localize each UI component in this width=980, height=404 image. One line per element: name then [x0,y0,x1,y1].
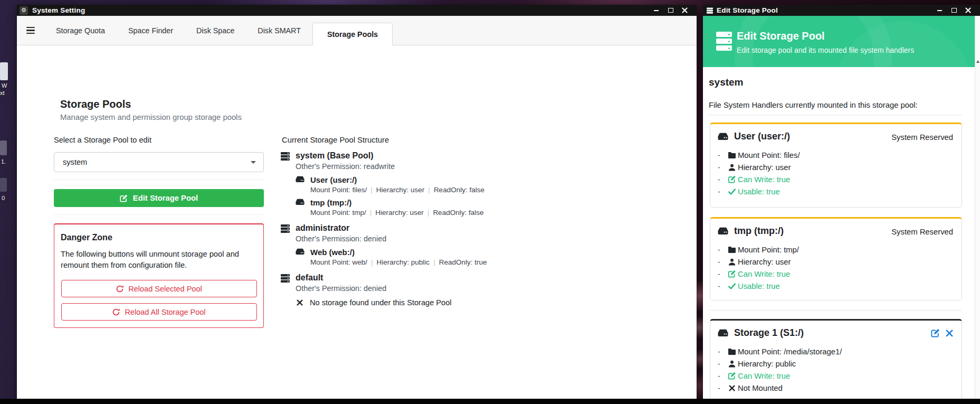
can-write-row: -Can Write: true [718,175,954,184]
remove-handler-icon[interactable] [946,330,953,337]
storage-pool-select[interactable]: system [54,152,264,172]
handler-item: tmp (tmp:/) Mount Point: tmp/|Hierarchy:… [296,198,608,217]
empty-pool-message: No storage found under this Storage Pool [297,298,608,307]
server-icon [281,152,290,161]
tab-disk-smart[interactable]: Disk SMART [246,16,312,45]
chevron-down-icon [251,161,256,164]
handler-item: Web (web:/) Mount Point: web/|Hierarchy:… [296,248,608,266]
edit-icon [726,372,738,380]
maximize-button[interactable] [947,5,961,16]
edit-pool-content: system File System Handlers currently mo… [703,67,975,399]
mount-point-row: -Mount Point: /media/storage1/ [718,347,954,356]
handler-card-storage1: Storage 1 (S1:/) -Mount Point: /media/st… [710,319,962,399]
taskbar[interactable] [0,399,980,404]
danger-zone-card: Danger Zone The following buttons will u… [54,223,264,328]
server-icon [707,7,713,14]
folder-icon [726,348,738,355]
maximize-button[interactable] [663,5,678,16]
check-icon [726,189,738,195]
minimize-button[interactable] [933,5,947,16]
edit-icon [726,270,738,278]
minimize-icon [654,10,659,11]
pool-name: system (Base Pool) [296,151,395,161]
refresh-icon [116,285,123,293]
reload-all-storage-pool-button[interactable]: Reload All Storage Pool [61,303,257,321]
banner-subtitle: Edit storage pool and its mounted file s… [737,46,914,54]
hierarchy-row: -Hierarchy: public [718,359,954,368]
select-pool-label: Select a Storage Pool to edit [54,136,151,144]
person-icon [726,258,738,266]
edit-handler-icon[interactable] [931,328,940,337]
pool-name: default [296,273,386,283]
divider [709,115,962,115]
desktop-icon-fragment[interactable] [0,178,7,192]
banner-title: Edit Storage Pool [737,30,825,42]
close-icon [965,7,971,13]
folder-icon [726,152,738,158]
person-icon [726,164,738,171]
maximize-icon [668,8,673,13]
server-icon [281,224,290,233]
scrollbar[interactable] [975,16,980,399]
handler-details: Mount Point: files/|Hierarchy: user|Read… [310,186,484,194]
divider [54,214,264,215]
scroll-up-icon [976,60,979,63]
window-title: System Setting [32,6,85,14]
storage-pools-page: Storage Pools Manage system and permissi… [17,45,697,399]
storage-pool-tree: system (Base Pool) Other's Permission: r… [281,151,608,314]
pool-name: administrator [296,223,386,233]
x-icon [726,385,738,391]
handler-name: tmp (tmp:/) [310,198,483,207]
handler-name: User (user:/) [310,175,484,184]
handler-name: Web (web:/) [310,248,487,257]
handler-card-title: User (user:/) [734,131,790,142]
hierarchy-row: -Hierarchy: user [718,257,954,266]
close-button[interactable] [961,5,975,16]
hdd-icon [296,199,305,205]
divider [709,310,962,311]
server-icon [281,274,290,283]
divider [54,180,264,180]
edit-icon [726,175,738,183]
handler-card-title: tmp (tmp:/) [734,226,784,237]
handler-details: Mount Point: tmp/|Hierarchy: user|ReadOn… [310,209,483,217]
usable-row: -Usable: true [718,281,954,290]
desktop-icon-fragment[interactable] [0,62,8,80]
usable-row: -Usable: true [718,187,954,196]
pool-item: default Other's Permission: denied No st… [281,273,608,307]
desktop-icon-fragment[interactable] [0,140,7,155]
close-button[interactable] [678,5,692,16]
hdd-icon [296,248,305,255]
tab-storage-quota[interactable]: Storage Quota [44,16,117,45]
tab-space-finder[interactable]: Space Finder [117,16,185,45]
titlebar[interactable]: Edit Storage Pool [703,5,980,16]
page-title: Storage Pools [60,98,131,110]
danger-zone-description: The following buttons will unmount stora… [61,249,242,271]
hdd-icon [718,227,728,235]
check-icon [726,283,738,289]
hdd-icon [718,133,728,140]
desktop-icon-label: 1. [1,158,6,165]
window-controls [933,5,980,16]
hdd-icon [296,176,305,183]
menu-icon[interactable] [17,16,44,45]
edit-storage-pool-window: Edit Storage Pool Edit Storage Pool Edit… [703,5,980,399]
not-mounted-row: -Not Mounted [718,383,954,392]
tab-storage-pools[interactable]: Storage Pools [312,23,393,45]
window-controls [649,5,697,16]
edit-pool-banner: Edit Storage Pool Edit storage pool and … [703,16,975,67]
titlebar[interactable]: ⚙ System Setting [17,5,697,16]
x-icon [297,299,303,306]
danger-zone-title: Danger Zone [61,233,112,242]
handlers-description: File System Handlers currently mounted i… [709,101,918,109]
minimize-button[interactable] [649,5,663,16]
handler-card-title: Storage 1 (S1:/) [734,327,804,339]
pool-item: administrator Other's Permission: denied… [281,223,608,266]
structure-label: Current Storage Pool Structure [282,136,389,144]
tab-disk-space[interactable]: Disk Space [185,16,246,45]
reload-selected-pool-button[interactable]: Reload Selected Pool [61,280,257,297]
folder-icon [726,246,738,253]
edit-storage-pool-button[interactable]: Edit Storage Pool [54,189,264,207]
maximize-icon [952,8,957,13]
handler-card-user: User (user:/) System Reserved -Mount Poi… [710,123,962,208]
